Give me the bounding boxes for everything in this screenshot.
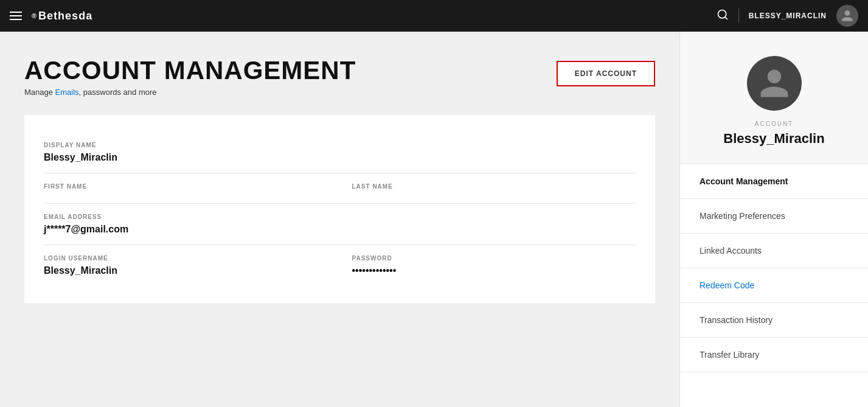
email-value: j*****7@gmail.com [44,224,636,235]
left-content: ACCOUNT MANAGEMENT Manage Emails, passwo… [0,32,679,407]
brand-name: Bethesda [38,10,92,23]
sidebar-nav-item-2[interactable]: Linked Accounts [680,234,868,268]
sidebar-nav-item-1[interactable]: Marketing Preferences [680,199,868,234]
svg-line-1 [725,16,727,19]
hamburger-menu-icon[interactable] [10,12,22,20]
last-name-label: LAST NAME [352,183,636,190]
display-name-value: Blessy_Miraclin [44,152,636,163]
sidebar-nav-item-3[interactable]: Redeem Code [680,268,868,303]
name-row: FIRST NAME LAST NAME [44,173,636,204]
sidebar-nav-item-4[interactable]: Transaction History [680,303,868,338]
top-navigation: ® Bethesda BLESSY_MIRACLIN [0,0,868,32]
email-field: EMAIL ADDRESS j*****7@gmail.com [44,204,636,245]
page-subtitle: Manage Emails, passwords and more [24,88,356,97]
credentials-row: LOGIN USERNAME Blessy_Miraclin PASSWORD … [44,245,636,286]
edit-account-button[interactable]: EDIT ACCOUNT [557,61,655,86]
name-row-split: FIRST NAME LAST NAME [44,183,636,193]
login-username-label: LOGIN USERNAME [44,255,328,262]
page-title: ACCOUNT MANAGEMENT [24,56,356,85]
sidebar-nav: Account ManagementMarketing PreferencesL… [680,164,868,372]
avatar[interactable] [836,5,858,27]
sidebar-nav-item-5[interactable]: Transfer Library [680,338,868,372]
first-name-field: FIRST NAME [44,183,328,193]
search-icon[interactable] [717,9,729,24]
email-label: EMAIL ADDRESS [44,214,636,220]
profile-section: ACCOUNT Blessy_Miraclin [680,32,868,164]
sidebar-nav-item-0[interactable]: Account Management [680,164,868,199]
login-username-value: Blessy_Miraclin [44,265,328,276]
display-name-label: DISPLAY NAME [44,142,636,148]
password-value: ••••••••••••• [352,265,636,276]
credentials-row-split: LOGIN USERNAME Blessy_Miraclin PASSWORD … [44,255,636,276]
page-header: ACCOUNT MANAGEMENT Manage Emails, passwo… [24,56,655,97]
account-username: Blessy_Miraclin [723,131,824,147]
display-name-field: DISPLAY NAME Blessy_Miraclin [44,132,636,173]
right-sidebar: ACCOUNT Blessy_Miraclin Account Manageme… [679,32,868,407]
brand-logo[interactable]: ® Bethesda [32,10,92,23]
first-name-label: FIRST NAME [44,183,328,190]
emails-link[interactable]: Emails [55,88,79,97]
form-card: DISPLAY NAME Blessy_Miraclin FIRST NAME … [24,115,655,303]
last-name-field: LAST NAME [352,183,636,193]
brand-superscript: ® [32,12,37,19]
account-label: ACCOUNT [755,120,793,127]
nav-username: BLESSY_MIRACLIN [749,12,827,20]
profile-avatar [747,56,802,111]
nav-left: ® Bethesda [10,10,92,23]
password-label: PASSWORD [352,255,636,262]
main-layout: ACCOUNT MANAGEMENT Manage Emails, passwo… [0,32,868,407]
page-title-block: ACCOUNT MANAGEMENT Manage Emails, passwo… [24,56,356,97]
nav-right: BLESSY_MIRACLIN [717,5,858,27]
password-field: PASSWORD ••••••••••••• [352,255,636,276]
nav-divider [738,9,739,23]
login-username-field: LOGIN USERNAME Blessy_Miraclin [44,255,328,276]
